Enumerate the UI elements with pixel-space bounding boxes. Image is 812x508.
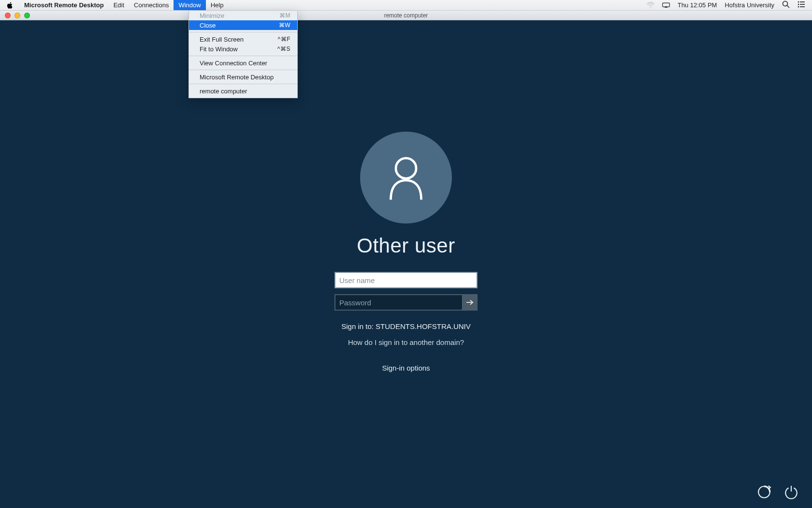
- window-title: remote computer: [384, 12, 428, 19]
- dd-separator: [189, 56, 297, 56]
- ease-of-access-button[interactable]: [757, 485, 771, 499]
- svg-rect-5: [800, 1, 805, 2]
- spotlight-search-icon[interactable]: [782, 0, 790, 10]
- password-row: [334, 294, 478, 311]
- close-button[interactable]: [5, 13, 11, 18]
- menubar-account[interactable]: Hofstra University: [725, 1, 774, 9]
- user-icon: [385, 154, 427, 201]
- dd-exit-full-screen[interactable]: Exit Full Screen ^⌘F: [189, 34, 297, 44]
- dd-close[interactable]: Close ⌘W: [189, 20, 297, 30]
- minimize-button[interactable]: [14, 13, 20, 18]
- dd-label: View Connection Center: [200, 60, 267, 67]
- dd-label: remote computer: [200, 88, 247, 95]
- dd-fit-to-window[interactable]: Fit to Window ^⌘S: [189, 44, 297, 54]
- dd-view-connection-center[interactable]: View Connection Center: [189, 58, 297, 68]
- menu-help[interactable]: Help: [206, 0, 229, 10]
- menu-window[interactable]: Window: [174, 0, 205, 10]
- arrow-right-icon: [466, 299, 474, 306]
- signin-options-link[interactable]: Sign-in options: [382, 364, 430, 372]
- macos-menubar: Microsoft Remote Desktop Edit Connection…: [0, 0, 812, 11]
- dd-label: Exit Full Screen: [200, 36, 244, 43]
- menu-edit[interactable]: Edit: [109, 0, 129, 10]
- dd-remote-computer[interactable]: remote computer: [189, 86, 297, 96]
- dd-label: Close: [200, 22, 216, 29]
- submit-button[interactable]: [462, 295, 477, 310]
- fullscreen-button[interactable]: [24, 13, 30, 18]
- window-titlebar: remote computer: [0, 11, 812, 20]
- wifi-icon[interactable]: [647, 2, 654, 9]
- dd-shortcut: ^⌘F: [278, 36, 290, 43]
- svg-point-0: [650, 7, 651, 8]
- username-input[interactable]: [334, 272, 478, 288]
- dd-shortcut: ⌘W: [279, 22, 290, 29]
- dd-label: Minimize: [200, 12, 224, 19]
- login-title: Other user: [357, 234, 455, 257]
- airplay-icon[interactable]: [662, 2, 670, 9]
- username-row: [334, 272, 478, 288]
- dd-minimize: Minimize ⌘M: [189, 11, 297, 20]
- traffic-lights: [0, 13, 30, 18]
- window-menu-dropdown: Minimize ⌘M Close ⌘W Exit Full Screen ^⌘…: [188, 11, 298, 98]
- dd-separator: [189, 70, 297, 70]
- svg-rect-7: [800, 4, 805, 5]
- dd-separator: [189, 84, 297, 84]
- list-icon[interactable]: [798, 0, 805, 10]
- app-name[interactable]: Microsoft Remote Desktop: [19, 1, 109, 9]
- menubar-clock[interactable]: Thu 12:05 PM: [678, 1, 717, 9]
- remote-session: Other user Sign in to: STUDENTS.HOFSTRA.…: [0, 20, 812, 508]
- power-button[interactable]: [784, 485, 798, 499]
- apple-menu[interactable]: [0, 2, 19, 9]
- login-panel: Other user Sign in to: STUDENTS.HOFSTRA.…: [334, 132, 478, 372]
- svg-point-8: [798, 6, 799, 8]
- dd-shortcut: ^⌘S: [277, 45, 290, 52]
- svg-rect-9: [800, 6, 805, 7]
- other-domain-link[interactable]: How do I sign in to another domain?: [348, 338, 464, 346]
- svg-point-4: [798, 1, 799, 3]
- bottom-action-bar: [757, 485, 798, 499]
- svg-point-6: [798, 4, 799, 5]
- power-icon: [784, 485, 798, 499]
- svg-line-3: [787, 6, 789, 8]
- dd-label: Microsoft Remote Desktop: [200, 74, 274, 81]
- password-input[interactable]: [335, 295, 462, 310]
- dd-microsoft-remote-desktop[interactable]: Microsoft Remote Desktop: [189, 72, 297, 82]
- ease-of-access-icon: [757, 485, 771, 499]
- dd-shortcut: ⌘M: [279, 12, 290, 19]
- user-avatar: [360, 132, 452, 224]
- dd-label: Fit to Window: [200, 45, 238, 53]
- signin-domain: Sign in to: STUDENTS.HOFSTRA.UNIV: [341, 322, 471, 330]
- dd-separator: [189, 32, 297, 32]
- apple-logo-icon: [7, 2, 14, 9]
- svg-point-10: [396, 158, 416, 179]
- menu-connections[interactable]: Connections: [129, 0, 174, 10]
